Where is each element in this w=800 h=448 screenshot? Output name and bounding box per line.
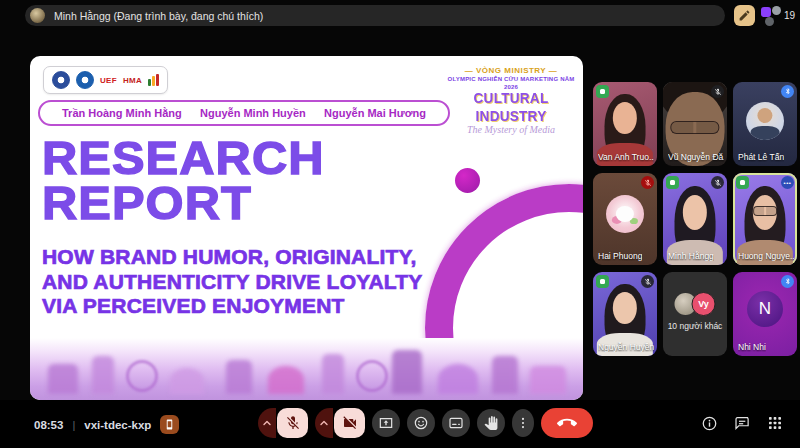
- mic-off-badge: [711, 176, 724, 189]
- chevron-up-icon: [261, 417, 273, 429]
- bluetooth-badge: [781, 275, 794, 288]
- reaction-badge: [596, 85, 609, 98]
- camera-control-group: [315, 408, 365, 438]
- mic-control-group: [258, 408, 308, 438]
- slide-title-line: RESEARCH: [42, 136, 325, 181]
- participants-grid: Van Anh Truo...Vũ Nguyễn Đă...Phát Lê Tấ…: [593, 82, 797, 356]
- slide-title: RESEARCH REPORT: [42, 136, 325, 225]
- activities-button[interactable]: [766, 414, 784, 432]
- participant-avatars-icon: [761, 6, 781, 26]
- event-tagline-label: The Mystery of Media: [445, 124, 577, 137]
- event-round-label: — VÒNG MINISTRY —: [445, 66, 577, 76]
- reactions-button[interactable]: [407, 409, 435, 437]
- mic-off-badge: [641, 176, 654, 189]
- university-emblem-2-icon: [76, 71, 94, 89]
- slide-subtitle-line: AND AUTHENTICITY DRIVE LOYALTY: [42, 270, 423, 295]
- university-emblem-1-icon: [52, 71, 70, 89]
- participant-tile[interactable]: Van Anh Truo...: [593, 82, 657, 166]
- participant-name: Nhi Nhi: [738, 342, 766, 352]
- camera-toggle-button[interactable]: [334, 408, 365, 438]
- mic-options-button[interactable]: [258, 408, 276, 438]
- presenter-label: Minh Hằngg (Đang trình bày, đang chú thí…: [54, 10, 263, 22]
- camera-options-button[interactable]: [315, 408, 333, 438]
- slide-title-line: REPORT: [42, 181, 325, 226]
- author-name: Nguyễn Minh Huyền: [200, 107, 306, 119]
- share-screen-icon: [378, 415, 394, 431]
- participant-tile[interactable]: Minh Hằngg: [663, 173, 727, 265]
- participant-name: Van Anh Truo...: [598, 152, 654, 162]
- bottom-bar: 08:53 | vxi-tdec-kxp: [0, 400, 800, 448]
- chat-bubble-icon: [734, 415, 751, 432]
- participants-button[interactable]: 19: [761, 5, 795, 26]
- mic-toggle-button[interactable]: [277, 408, 308, 438]
- presentation-stage[interactable]: UEFHMA — VÒNG MINISTRY — OLYMPIC NGHIÊN …: [30, 56, 583, 400]
- slide-cityscape: [30, 338, 583, 400]
- camera-off-icon: [342, 415, 358, 431]
- end-call-button[interactable]: [541, 408, 593, 438]
- slide-subtitle-line: HOW BRAND HUMOR, ORIGINALITY,: [42, 245, 423, 270]
- slide-event-block: — VÒNG MINISTRY — OLYMPIC NGHIÊN CỨU MAR…: [445, 66, 577, 136]
- meeting-code: vxi-tdec-kxp: [84, 419, 151, 431]
- participants-count: 19: [784, 10, 795, 21]
- slide-accent-dot: [455, 168, 480, 193]
- reaction-badge: [666, 176, 679, 189]
- info-icon: [701, 415, 718, 432]
- chat-button[interactable]: [733, 414, 751, 432]
- participant-name: Vũ Nguyễn Đă...: [668, 152, 724, 162]
- participant-tile[interactable]: NNhi Nhi: [733, 272, 797, 356]
- participant-avatar-letter: N: [747, 291, 783, 327]
- meeting-meta: 08:53 | vxi-tdec-kxp: [34, 415, 179, 434]
- participant-tile[interactable]: Vũ Nguyễn Đă...: [663, 82, 727, 166]
- participant-tile[interactable]: Phát Lê Tấn: [733, 82, 797, 166]
- top-bar: Minh Hằngg (Đang trình bày, đang chú thí…: [0, 0, 800, 30]
- presenter-avatar: [30, 8, 45, 23]
- panel-buttons: [700, 414, 784, 432]
- participant-tile[interactable]: Huong Nguye...•••: [733, 173, 797, 265]
- event-theme-label: CULTURAL INDUSTRY: [445, 90, 577, 125]
- meta-separator: |: [72, 419, 75, 431]
- bluetooth-badge: [781, 85, 794, 98]
- slide-authors-pill: Trần Hoàng Minh Hằng Nguyễn Minh Huyền N…: [38, 100, 450, 126]
- event-name-label: OLYMPIC NGHIÊN CỨU MARKETING NĂM 2026: [445, 76, 577, 91]
- phone-down-icon: [557, 413, 577, 433]
- participant-tile[interactable]: Hai Phuong: [593, 173, 657, 265]
- hand-icon: [484, 416, 498, 430]
- annotation-pen-button[interactable]: [734, 5, 755, 26]
- participant-name: Phát Lê Tấn: [738, 152, 784, 162]
- overflow-avatars: Vy: [675, 292, 716, 316]
- presenter-pill[interactable]: Minh Hằngg (Đang trình bày, đang chú thí…: [25, 5, 725, 26]
- mic-off-badge: [711, 85, 724, 98]
- more-options-button[interactable]: [512, 409, 534, 437]
- hma-logo-icon: HMA: [123, 76, 142, 85]
- author-name: Nguyễn Mai Hương: [324, 107, 426, 119]
- dots-grid-icon: [767, 415, 783, 431]
- participant-avatar: Vy: [692, 292, 716, 316]
- participant-name: Minh Hằngg: [668, 251, 714, 261]
- pen-icon: [738, 9, 751, 22]
- chevron-up-icon: [318, 417, 330, 429]
- uef-logo-icon: UEF: [100, 76, 117, 85]
- glasses: [753, 206, 777, 216]
- reaction-badge: [596, 275, 609, 288]
- participant-avatar: [746, 102, 784, 140]
- participant-tile[interactable]: Nguyễn Huyền: [593, 272, 657, 356]
- slide-logos: UEFHMA: [43, 66, 168, 94]
- share-screen-button[interactable]: [372, 409, 400, 437]
- companion-device-icon: [160, 415, 179, 434]
- chart-logo-icon: [148, 74, 159, 86]
- kebab-menu-icon: [516, 416, 530, 430]
- author-name: Trần Hoàng Minh Hằng: [62, 107, 182, 119]
- reaction-badge: [736, 176, 749, 189]
- raise-hand-button[interactable]: [477, 409, 505, 437]
- participant-name: Huong Nguye...: [738, 251, 794, 261]
- participant-avatar: [606, 195, 644, 233]
- participant-tile[interactable]: Vy10 người khác: [663, 272, 727, 356]
- captions-button[interactable]: [442, 409, 470, 437]
- mic-off-icon: [285, 415, 301, 431]
- participant-name: Hai Phuong: [598, 251, 642, 261]
- meeting-details-button[interactable]: [700, 414, 718, 432]
- mic-off-badge: [641, 275, 654, 288]
- more-badge: •••: [781, 176, 794, 189]
- slide-subtitle: HOW BRAND HUMOR, ORIGINALITY, AND AUTHEN…: [42, 245, 423, 319]
- overflow-count-label: 10 người khác: [663, 321, 727, 331]
